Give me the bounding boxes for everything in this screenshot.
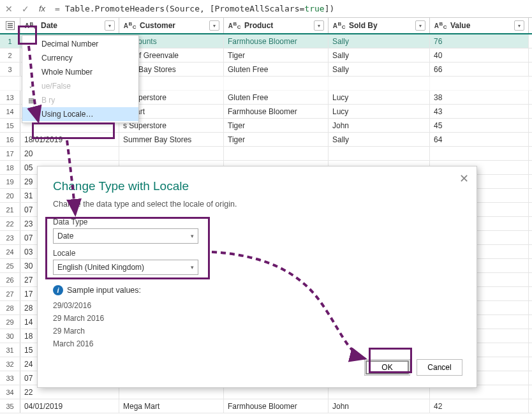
- column-dropdown-icon[interactable]: ▾: [314, 20, 324, 31]
- row-number[interactable]: 22: [0, 217, 20, 230]
- row-number[interactable]: 17: [0, 147, 20, 160]
- cell-product[interactable]: Tiger: [224, 119, 329, 132]
- cell-soldby[interactable]: Lucy: [329, 91, 430, 104]
- column-header-product[interactable]: ABC Product ▾: [224, 18, 329, 33]
- context-menu-item[interactable]: ▦B ry: [22, 93, 138, 107]
- cell-soldby[interactable]: Sally: [329, 63, 430, 76]
- cell-value[interactable]: [430, 77, 529, 90]
- context-menu-item[interactable]: Using Locale…: [22, 107, 138, 121]
- cell-product[interactable]: Tiger: [224, 133, 329, 146]
- table-row[interactable]: 1618/01/2019Summer Bay StoresTigerSally6…: [0, 133, 532, 147]
- cell-value[interactable]: 43: [430, 105, 529, 118]
- column-dropdown-icon[interactable]: ▾: [415, 20, 425, 31]
- datatype-dropdown[interactable]: Date ▾: [53, 228, 198, 244]
- cell-product[interactable]: Gluten Free: [224, 63, 329, 76]
- datatype-icon[interactable]: ABC: [228, 20, 242, 31]
- column-header-value[interactable]: ABC Value ▾: [430, 18, 529, 33]
- table-row[interactable]: 3504/01/2019Mega MartFarmhouse BloomerJo…: [0, 399, 532, 413]
- formula-accept-icon[interactable]: ✓: [19, 3, 32, 15]
- cancel-button[interactable]: Cancel: [417, 359, 462, 376]
- row-number[interactable]: 30: [0, 329, 20, 343]
- row-number[interactable]: 1: [0, 34, 20, 48]
- row-number[interactable]: 2: [0, 48, 20, 62]
- column-header-date[interactable]: ABC Date ▾: [20, 18, 119, 33]
- cell-customer[interactable]: Summer Bay Stores: [119, 133, 224, 146]
- datatype-icon[interactable]: ABC: [24, 20, 38, 31]
- cell-value[interactable]: 42: [430, 399, 529, 413]
- table-row[interactable]: 1720: [0, 147, 532, 161]
- row-number[interactable]: 26: [0, 273, 20, 286]
- cell-product[interactable]: Tiger: [224, 48, 329, 62]
- locale-value: English (United Kingdom): [57, 263, 144, 272]
- row-number[interactable]: 29: [0, 315, 20, 329]
- row-number[interactable]: 20: [0, 189, 20, 202]
- context-menu-item[interactable]: Currency: [22, 51, 138, 65]
- cell-date[interactable]: 04/01/2019: [20, 399, 119, 413]
- column-dropdown-icon[interactable]: ▾: [514, 20, 524, 31]
- datatype-icon[interactable]: ABC: [123, 20, 137, 31]
- cell-soldby[interactable]: Sally: [329, 133, 430, 146]
- cell-value[interactable]: 38: [430, 91, 529, 104]
- column-header-soldby[interactable]: ABC Sold By ▾: [329, 18, 430, 33]
- cell-soldby[interactable]: John: [329, 399, 430, 413]
- cell-product[interactable]: Farmhouse Bloomer: [224, 105, 329, 118]
- datatype-icon[interactable]: ABC: [434, 20, 448, 31]
- row-number[interactable]: [0, 77, 20, 90]
- row-number[interactable]: 27: [0, 287, 20, 300]
- row-number[interactable]: 18: [0, 161, 20, 174]
- cell-value[interactable]: [430, 147, 529, 160]
- fx-icon[interactable]: fx: [36, 3, 48, 15]
- row-number[interactable]: 14: [0, 105, 20, 118]
- close-icon[interactable]: ✕: [459, 172, 469, 186]
- cell-customer[interactable]: [119, 147, 224, 160]
- cell-soldby[interactable]: [329, 77, 430, 90]
- cell-soldby[interactable]: Sally: [329, 34, 430, 48]
- cell-soldby[interactable]: Sally: [329, 48, 430, 62]
- formula-cancel-icon[interactable]: ✕: [3, 3, 15, 15]
- column-dropdown-icon[interactable]: ▾: [209, 20, 219, 31]
- column-header-customer[interactable]: ABC Customer ▾: [119, 18, 224, 33]
- locale-dropdown[interactable]: English (United Kingdom) ▾: [53, 260, 198, 275]
- column-dropdown-icon[interactable]: ▾: [105, 20, 115, 31]
- cell-product[interactable]: Farmhouse Bloomer: [224, 34, 329, 48]
- row-number[interactable]: 23: [0, 231, 20, 244]
- row-number[interactable]: 13: [0, 91, 20, 104]
- cell-value[interactable]: 40: [430, 48, 529, 62]
- cell-date[interactable]: 20: [20, 147, 119, 160]
- cell-product[interactable]: [224, 77, 329, 90]
- datatype-icon[interactable]: ABC: [332, 20, 346, 31]
- ok-button[interactable]: OK: [364, 359, 410, 376]
- row-number[interactable]: 31: [0, 343, 20, 357]
- cell-date[interactable]: 18/01/2019: [20, 133, 119, 146]
- row-number[interactable]: 33: [0, 371, 20, 385]
- cell-product[interactable]: Gluten Free: [224, 91, 329, 104]
- context-menu-item[interactable]: ✓ue/False: [22, 79, 138, 93]
- cell-soldby[interactable]: Lucy: [329, 105, 430, 118]
- cell-value[interactable]: 45: [430, 119, 529, 132]
- cell-value[interactable]: 76: [430, 34, 529, 48]
- row-number[interactable]: 25: [0, 259, 20, 272]
- cell-soldby[interactable]: John: [329, 119, 430, 132]
- row-number[interactable]: 24: [0, 245, 20, 258]
- row-number[interactable]: 35: [0, 399, 20, 413]
- menu-item-icon: ▦: [26, 95, 36, 105]
- row-number[interactable]: 34: [0, 385, 20, 399]
- row-number[interactable]: 21: [0, 203, 20, 216]
- cell-product[interactable]: Farmhouse Bloomer: [224, 399, 329, 413]
- row-gutter-header[interactable]: [0, 18, 20, 33]
- cell-value[interactable]: 66: [430, 63, 529, 76]
- cell-soldby[interactable]: [329, 147, 430, 160]
- cell-value[interactable]: 64: [430, 133, 529, 146]
- row-number[interactable]: 3: [0, 63, 20, 76]
- locale-label: Locale: [53, 249, 461, 258]
- formula-text[interactable]: = Table.PromoteHeaders(Source, [PromoteA…: [52, 4, 532, 13]
- row-number[interactable]: 16: [0, 133, 20, 146]
- row-number[interactable]: 15: [0, 119, 20, 132]
- row-number[interactable]: 28: [0, 301, 20, 314]
- context-menu-item[interactable]: Decimal Number: [22, 37, 138, 51]
- cell-product[interactable]: [224, 147, 329, 160]
- context-menu-item[interactable]: Whole Number: [22, 65, 138, 79]
- row-number[interactable]: 19: [0, 175, 20, 188]
- row-number[interactable]: 32: [0, 357, 20, 371]
- cell-customer[interactable]: Mega Mart: [119, 399, 224, 413]
